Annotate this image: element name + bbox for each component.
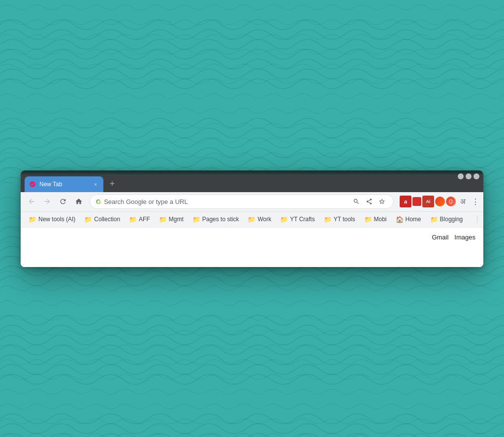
folder-icon: 📁 bbox=[248, 216, 255, 223]
folder-icon: 📁 bbox=[280, 216, 288, 223]
extension-hindi-icon[interactable]: अ bbox=[457, 196, 469, 207]
folder-icon: 📁 bbox=[159, 216, 167, 223]
bookmark-yt-tools[interactable]: 📁 YT tools bbox=[320, 214, 359, 225]
bookmark-label: YT tools bbox=[334, 216, 355, 223]
home-bookmark-icon: 🏠 bbox=[396, 216, 404, 223]
search-icon[interactable] bbox=[351, 196, 362, 207]
window-controls bbox=[458, 173, 479, 179]
folder-icon: 📁 bbox=[129, 216, 137, 223]
share-icon[interactable] bbox=[364, 196, 375, 207]
bookmark-label: Collection bbox=[94, 216, 120, 223]
bookmark-label: Mgmt bbox=[169, 216, 184, 223]
bookmark-collection[interactable]: 📁 Collection bbox=[80, 214, 124, 225]
maximize-button[interactable] bbox=[466, 173, 472, 179]
bookmark-label: AFF bbox=[139, 216, 150, 223]
extension-red-square-icon[interactable] bbox=[412, 197, 421, 206]
bookmarks-divider bbox=[470, 215, 477, 223]
bookmarks-bar: 📁 New tools (AI) 📁 Collection 📁 AFF 📁 Mg… bbox=[21, 212, 483, 228]
folder-icon: 📁 bbox=[324, 216, 332, 223]
gmail-link[interactable]: Gmail bbox=[432, 234, 448, 241]
bookmark-mgmt[interactable]: 📁 Mgmt bbox=[155, 214, 188, 225]
bookmark-label: Blogging bbox=[440, 216, 463, 223]
folder-icon: 📁 bbox=[430, 216, 438, 223]
minimize-button[interactable] bbox=[458, 173, 464, 179]
bookmark-new-tools[interactable]: 📁 New tools (AI) bbox=[25, 214, 79, 225]
bookmark-label: Work bbox=[257, 216, 271, 223]
folder-icon: 📁 bbox=[192, 216, 200, 223]
bookmark-label: New tools (AI) bbox=[38, 216, 75, 223]
home-button[interactable] bbox=[72, 195, 86, 208]
bookmark-pages-to-stick[interactable]: 📁 Pages to stick bbox=[189, 214, 243, 225]
bookmark-label: Mobi bbox=[374, 216, 387, 223]
bookmark-mobi[interactable]: 📁 Mobi bbox=[360, 214, 391, 225]
shadow-bar bbox=[21, 170, 483, 174]
folder-icon: 📁 bbox=[84, 216, 92, 223]
google-logo-icon: G bbox=[96, 198, 101, 205]
tab-title: New Tab bbox=[39, 181, 89, 188]
tab-favicon-icon bbox=[29, 180, 36, 188]
active-tab[interactable]: New Tab × bbox=[25, 176, 103, 192]
more-options-button[interactable]: ⋮ bbox=[472, 197, 479, 206]
omnibox[interactable]: G Search Google or type a URL bbox=[90, 194, 394, 209]
bookmark-work[interactable]: 📁 Work bbox=[244, 214, 275, 225]
reload-button[interactable] bbox=[56, 195, 70, 208]
bookmark-label: Home bbox=[406, 216, 421, 223]
new-tab-button[interactable]: + bbox=[105, 177, 119, 191]
back-button[interactable] bbox=[25, 195, 38, 208]
browser-window: New Tab × + G Search Google or type a UR… bbox=[21, 170, 483, 267]
bookmark-home[interactable]: 🏠 Home bbox=[392, 214, 425, 225]
toolbar: G Search Google or type a URL a Ai bbox=[21, 192, 483, 212]
extension-adobe-icon[interactable]: Ai bbox=[422, 196, 434, 207]
bookmark-label: YT Crafts bbox=[290, 216, 315, 223]
bookmark-yt-crafts[interactable]: 📁 YT Crafts bbox=[276, 214, 318, 225]
omnibox-text: Search Google or type a URL bbox=[104, 198, 348, 205]
extension-icons: a Ai O अ bbox=[400, 196, 469, 207]
extension-avast-icon[interactable]: a bbox=[400, 196, 411, 207]
forward-button[interactable] bbox=[40, 195, 54, 208]
images-link[interactable]: Images bbox=[454, 234, 475, 241]
bookmark-label: Pages to stick bbox=[202, 216, 239, 223]
omnibox-actions bbox=[351, 196, 387, 207]
tab-close-button[interactable]: × bbox=[92, 180, 99, 188]
extension-mcafee-icon[interactable] bbox=[435, 197, 445, 206]
bookmark-aff[interactable]: 📁 AFF bbox=[125, 214, 154, 225]
extension-opera-icon[interactable]: O bbox=[446, 197, 456, 206]
bookmark-star-icon[interactable] bbox=[377, 196, 387, 207]
bookmark-blogging[interactable]: 📁 Blogging bbox=[426, 214, 467, 225]
close-window-button[interactable] bbox=[473, 173, 479, 179]
tab-bar: New Tab × + bbox=[21, 174, 483, 192]
page-content: Gmail Images bbox=[21, 228, 483, 267]
folder-icon: 📁 bbox=[29, 216, 36, 223]
folder-icon: 📁 bbox=[364, 216, 372, 223]
